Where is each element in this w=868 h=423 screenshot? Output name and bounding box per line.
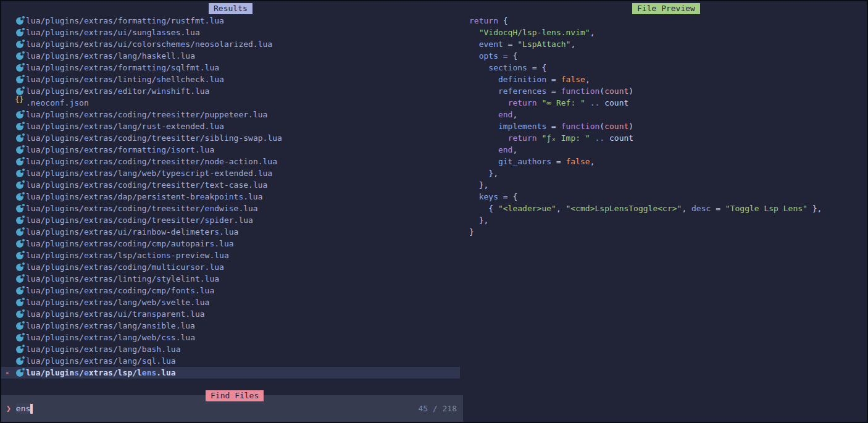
match-highlight: n xyxy=(137,180,142,190)
lua-file-icon xyxy=(16,205,26,212)
result-row[interactable]: lua/plugins/extras/coding/treesitter/end… xyxy=(1,203,460,214)
lua-file-icon xyxy=(16,287,23,295)
match-highlight: e xyxy=(84,321,89,330)
result-row[interactable]: lua/plugins/extras/dap/persistent-breakp… xyxy=(1,191,460,203)
lua-file-icon xyxy=(16,322,23,330)
match-highlight: e xyxy=(84,216,89,225)
result-row[interactable]: lua/plugins/extras/coding/treesitter/sib… xyxy=(1,132,460,144)
match-highlight: e xyxy=(84,345,89,354)
code-line: return "∞ Ref: " .. count xyxy=(469,97,822,109)
lua-file-icon xyxy=(16,264,23,271)
prompt-input[interactable]: ens xyxy=(16,403,30,414)
lua-file-icon xyxy=(16,76,23,83)
result-row[interactable]: lua/plugins/extras/ui/transparent.lua xyxy=(1,308,460,320)
lua-file-icon xyxy=(16,358,26,365)
lua-file-icon xyxy=(16,217,26,224)
result-row[interactable]: lua/plugins/extras/lang/ansible.lua xyxy=(1,320,460,332)
match-highlight: n xyxy=(137,216,142,225)
result-row[interactable]: lua/plugins/extras/ui/colorschemes/neoso… xyxy=(1,38,460,50)
lua-file-icon xyxy=(16,41,26,48)
file-path: lua/plugins/extras/coding/multicursor.lu… xyxy=(26,262,224,272)
lua-file-icon xyxy=(16,264,26,271)
code-line: sections = { xyxy=(469,62,822,73)
match-highlight: e xyxy=(84,75,89,84)
result-row[interactable]: lua/plugins/extras/coding/cmp/autopairs.… xyxy=(1,238,460,249)
result-row[interactable]: lua/plugins/extras/linting/shellcheck.lu… xyxy=(1,73,460,85)
file-path: lua/plugins/extras/dap/persistent-breakp… xyxy=(26,192,263,201)
result-row[interactable]: lua/plugins/extras/coding/cmp/fonts.lua xyxy=(1,285,460,296)
match-highlight: e xyxy=(84,298,89,307)
code-line: }, xyxy=(469,179,822,191)
preview-panel-title: File Preview xyxy=(632,3,700,14)
prompt-title: Find Files xyxy=(206,390,264,401)
match-highlight: e xyxy=(84,227,89,237)
result-row[interactable]: lua/plugins/extras/coding/treesitter/tex… xyxy=(1,179,460,191)
lua-file-icon xyxy=(16,182,26,189)
lua-file-icon xyxy=(16,252,26,259)
result-row[interactable]: lua/plugins/extras/formatting/rustfmt.lu… xyxy=(1,15,460,27)
lua-file-icon xyxy=(16,123,23,130)
match-highlight: n xyxy=(137,262,142,272)
match-highlight: e xyxy=(84,333,89,342)
result-row[interactable]: lua/plugins/extras/coding/treesitter/spi… xyxy=(1,214,460,226)
code-line: { "<leader>ue", "<cmd>LspLensToggle<cr>"… xyxy=(469,203,822,214)
match-highlight: e xyxy=(84,63,89,72)
file-path: lua/plugins/extras/coding/treesitter/spi… xyxy=(26,216,253,225)
lua-file-icon xyxy=(16,111,26,119)
result-row[interactable]: lua/plugins/extras/lang/web/css.lua xyxy=(1,332,460,343)
result-row[interactable]: lua/plugins/extras/formatting/isort.lua xyxy=(1,144,460,156)
lua-file-icon xyxy=(16,64,26,72)
result-row[interactable]: lua/plugins/extras/lang/haskell.lua xyxy=(1,50,460,62)
result-row[interactable]: lua/plugins/extras/lang/rust-extended.lu… xyxy=(1,120,460,132)
lua-file-icon xyxy=(16,287,26,295)
match-highlight: e xyxy=(84,157,89,166)
file-path: lua/plugins/extras/formatting/isort.lua xyxy=(26,145,214,154)
result-row[interactable]: lua/plugins/extras/coding/treesitter/nod… xyxy=(1,156,460,167)
result-row[interactable]: lua/plugins/extras/ui/sunglasses.lua xyxy=(1,27,460,38)
lua-file-icon xyxy=(16,17,23,25)
file-path: lua/plugins/extras/lang/rust-extended.lu… xyxy=(26,122,224,131)
match-highlight: n xyxy=(156,16,161,25)
match-highlight: ns xyxy=(147,321,157,330)
match-highlight: e xyxy=(84,51,89,61)
result-row[interactable]: lua/plugins/extras/coding/multicursor.lu… xyxy=(1,261,460,273)
file-path: lua/plugins/extras/ui/sunglasses.lua xyxy=(26,28,200,37)
result-row[interactable]: ▸lua/plugins/extras/lsp/lens.lua xyxy=(1,367,460,379)
match-highlight: e xyxy=(84,16,89,25)
prompt-caret-icon: ❯ xyxy=(6,404,11,413)
result-row[interactable]: lua/plugins/extras/lang/web/svelte.lua xyxy=(1,296,460,308)
result-row[interactable]: lua/plugins/extras/ui/rainbow-delimeters… xyxy=(1,226,460,238)
lua-file-icon xyxy=(16,334,26,341)
lua-file-icon xyxy=(16,358,23,365)
result-row[interactable]: lua/plugins/extras/formatting/sqlfmt.lua xyxy=(1,62,460,73)
lua-file-icon xyxy=(16,52,23,60)
code-line: references = function(count) xyxy=(469,85,822,97)
lua-file-icon xyxy=(16,369,23,377)
match-highlight: n xyxy=(142,28,147,37)
lua-file-icon xyxy=(16,217,23,224)
code-line: keys = { xyxy=(469,191,822,203)
code-line: }, xyxy=(469,167,822,179)
result-row[interactable]: lua/plugins/extras/lang/web/typescript-e… xyxy=(1,167,460,179)
lua-file-icon xyxy=(16,158,23,165)
code-line: end, xyxy=(469,144,822,156)
code-line: end, xyxy=(469,109,822,120)
match-highlight: s xyxy=(214,227,219,237)
lua-file-icon xyxy=(16,252,23,259)
result-row[interactable]: lua/plugins/extras/linting/stylelint.lua xyxy=(1,273,460,285)
match-highlight: e xyxy=(84,110,89,119)
match-highlight: e xyxy=(84,133,89,143)
match-highlight: n xyxy=(137,157,142,166)
result-row[interactable]: lua/plugins/extras/lang/bash.lua xyxy=(1,343,460,355)
result-row[interactable]: lua/plugins/extras/coding/treesitter/pup… xyxy=(1,109,460,120)
match-highlight: e xyxy=(200,192,205,201)
match-highlight: e xyxy=(84,239,89,248)
result-row[interactable]: lua/plugins/extras/lsp/actions-preview.l… xyxy=(1,249,460,261)
match-highlight: s xyxy=(229,204,234,213)
result-row[interactable]: lua/plugins/extras/lang/sql.lua xyxy=(1,355,460,367)
result-row[interactable]: lua/plugins/extras/editor/winshift.lua xyxy=(1,85,460,97)
results-list: lua/plugins/extras/formatting/rustfmt.lu… xyxy=(1,15,460,379)
result-row[interactable]: {}.neoconf.json xyxy=(1,97,460,109)
match-highlight: n xyxy=(156,63,161,72)
text-cursor xyxy=(30,404,33,414)
